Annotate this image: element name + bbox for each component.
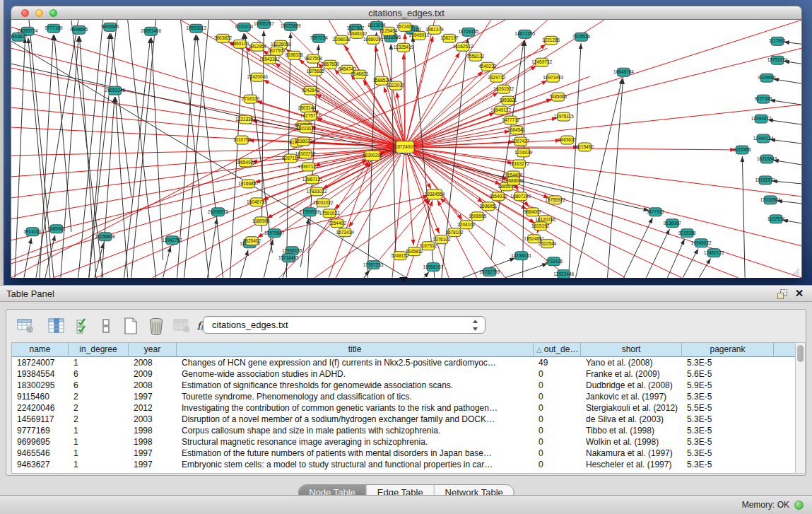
graph-node[interactable]: 1815192 [531, 222, 550, 230]
graph-node[interactable]: 1673414 [336, 228, 355, 237]
node-table[interactable]: namein_degreeyeartitle△out_de…shortpager… [11, 342, 796, 474]
table-row[interactable]: 1938455462009Genome-wide association stu… [12, 368, 795, 380]
delete-rows-trash-button[interactable] [146, 315, 167, 337]
graph-node[interactable]: 11325419 [394, 43, 414, 52]
close-panel-icon[interactable]: ✕ [794, 287, 805, 300]
graph-node[interactable]: 12867131 [302, 175, 323, 184]
table-row[interactable]: 911546021997Tourette syndrome. Phenomeno… [12, 391, 795, 402]
graph-node[interactable]: 12450172 [704, 249, 724, 257]
graph-node[interactable]: 1477712 [502, 116, 520, 124]
column-header-in_degree[interactable]: in_degree [69, 343, 129, 357]
graph-node[interactable]: 1221286 [542, 36, 560, 45]
graph-node[interactable]: 12459732 [531, 58, 552, 66]
show-column-button[interactable] [46, 315, 67, 337]
graph-node[interactable]: 7558122 [466, 52, 485, 61]
graph-node[interactable]: 1010753 [233, 136, 252, 144]
graph-node[interactable]: 1827503 [268, 47, 286, 55]
graph-node[interactable]: 9215356 [678, 229, 697, 238]
graph-node[interactable]: 13907122 [298, 163, 319, 171]
graph-node[interactable]: 9463627 [558, 136, 577, 144]
graph-node[interactable]: 7515526 [572, 33, 591, 41]
graph-node[interactable]: 10975887 [264, 229, 285, 238]
graph-node[interactable]: 1684541 [507, 126, 526, 134]
graph-node[interactable]: 2204102 [457, 221, 476, 229]
graph-node[interactable]: 12975115 [553, 112, 574, 121]
graph-node[interactable]: 10223112 [296, 124, 317, 133]
graph-node[interactable]: 9242843 [302, 86, 320, 95]
graph-node[interactable]: 20691406 [141, 27, 161, 35]
graph-node[interactable]: 7254402 [329, 219, 347, 228]
graph-node[interactable]: 2803144 [298, 104, 317, 112]
graph-node[interactable]: 2867608 [322, 60, 340, 69]
graph-node[interactable]: 15751074 [767, 56, 788, 64]
graph-node[interactable]: 1362197 [440, 34, 459, 42]
graph-node[interactable]: 4540233 [478, 62, 497, 71]
graph-node[interactable]: 12093872 [751, 115, 772, 123]
column-header-out_degree[interactable]: △out_de… [534, 343, 581, 357]
graph-node[interactable]: 9827508 [305, 54, 323, 63]
graph-node[interactable]: 17591022 [319, 209, 340, 218]
graph-node[interactable]: 7663822 [214, 34, 233, 42]
graph-node[interactable]: 17016504 [760, 196, 781, 204]
graph-node[interactable]: 7625402 [243, 237, 261, 245]
graph-node[interactable]: 10553813 [186, 24, 206, 33]
graph-node[interactable]: 5248152 [391, 252, 409, 260]
graph-node[interactable]: 16660291 [363, 35, 384, 44]
column-header-name[interactable]: name [12, 343, 69, 357]
graph-node[interactable]: 7485063 [549, 93, 567, 101]
table-row[interactable]: 1456911722003Disruption of a novel membe… [12, 414, 795, 425]
graph-node[interactable]: 20206575 [208, 208, 228, 216]
graph-node[interactable]: 3914161 [23, 228, 42, 236]
column-header-short[interactable]: short [581, 343, 682, 357]
graph-node[interactable]: 16261522 [493, 85, 514, 93]
table-vertical-scrollbar[interactable] [795, 342, 806, 474]
graph-node[interactable]: 19384554 [425, 189, 445, 199]
network-view-window[interactable]: citations_edges.txt 24055724977716996996… [11, 6, 802, 278]
graph-node[interactable]: 16046755 [247, 198, 267, 206]
graph-node[interactable]: 1117861 [769, 37, 787, 45]
graph-node[interactable]: 18300295 [363, 151, 383, 160]
graph-node[interactable]: 9215956 [734, 146, 752, 154]
graph-node[interactable]: 12923446 [553, 270, 574, 278]
graph-node[interactable]: 18724007 [395, 141, 416, 153]
graph-node[interactable]: 16543382 [259, 55, 280, 64]
table-row[interactable]: 2242004622012Investigating the contribut… [12, 402, 795, 414]
graph-node[interactable]: 16162512 [452, 42, 473, 51]
graph-node[interactable]: 16210643 [757, 155, 777, 163]
graph-node[interactable]: 1875685 [307, 67, 325, 76]
splitter-collapse-icon[interactable] [399, 277, 408, 283]
graph-node[interactable]: 9136067 [664, 219, 682, 228]
graph-node[interactable]: 8186328 [286, 51, 304, 59]
graph-node[interactable]: 18031022 [313, 199, 334, 207]
graph-node[interactable]: 8131014 [235, 23, 254, 31]
graph-node[interactable]: 9227343 [755, 95, 773, 103]
graph-node[interactable]: 1007427 [512, 137, 530, 146]
column-header-year[interactable]: year [129, 343, 177, 357]
graph-node[interactable]: 9860123 [231, 40, 249, 48]
column-header-title[interactable]: title [177, 343, 534, 357]
graph-node[interactable]: 1896951 [479, 202, 498, 211]
column-header-pagerank[interactable]: pagerank [682, 343, 774, 357]
graph-node[interactable]: 9699695 [70, 25, 88, 34]
float-panel-icon[interactable] [777, 288, 788, 300]
graph-node[interactable]: 16163272 [509, 160, 529, 168]
graph-node[interactable]: 29053346 [105, 86, 125, 95]
graph-node[interactable]: 2208038 [333, 35, 351, 44]
table-settings-button[interactable] [15, 315, 36, 337]
graph-node[interactable]: 8322037 [387, 81, 405, 90]
graph-node[interactable]: 16782759 [479, 268, 500, 276]
graph-node[interactable]: 1654932 [489, 192, 507, 201]
clear-selection-button[interactable] [95, 315, 117, 337]
network-canvas[interactable]: 2405572497771699699695946554620691406105… [11, 20, 802, 278]
graph-node[interactable]: 14275712 [300, 112, 321, 120]
graph-node[interactable]: 1167534 [767, 215, 785, 223]
new-table-button[interactable] [120, 315, 141, 337]
table-row[interactable]: 1872400712008Changes of HCN gene express… [12, 357, 795, 368]
graph-node[interactable]: 7857224 [310, 34, 329, 42]
window-resize-grip[interactable] [789, 265, 800, 276]
graph-node[interactable]: 19192971 [755, 176, 776, 185]
table-row[interactable]: 946554611997Estimation of the future num… [12, 448, 795, 459]
graph-node[interactable]: 2329712 [488, 74, 506, 82]
graph-node[interactable]: 10958107 [423, 263, 444, 271]
select-all-check-button[interactable] [73, 315, 94, 337]
